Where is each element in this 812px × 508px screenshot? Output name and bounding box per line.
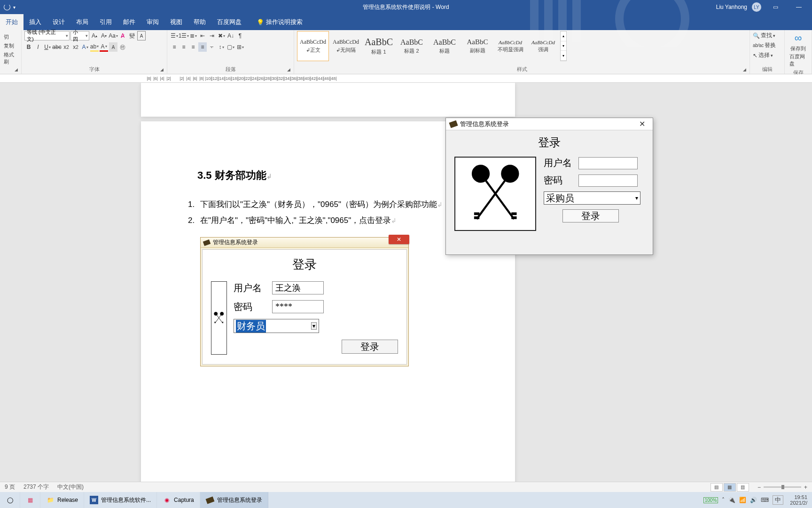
font-launcher-icon[interactable]: ◢ xyxy=(160,67,166,73)
tab-view[interactable]: 视图 xyxy=(164,14,188,30)
phonetic-icon[interactable]: 變 xyxy=(128,31,136,40)
tray-chevron-icon[interactable]: ˄ xyxy=(722,497,725,503)
tab-design[interactable]: 设计 xyxy=(47,14,70,30)
style-item[interactable]: AaBbC副标题 xyxy=(461,31,493,61)
read-mode-icon[interactable]: ▤ xyxy=(710,483,723,492)
taskbar-folder-release[interactable]: 📁Release xyxy=(40,492,84,508)
format-painter-button[interactable]: 格式刷 xyxy=(3,51,18,66)
tab-help[interactable]: 帮助 xyxy=(188,14,211,30)
select-button[interactable]: ↖选择▾ xyxy=(753,51,773,60)
style-item[interactable]: AaBbC标题 2 xyxy=(396,31,428,61)
show-marks-icon[interactable]: ¶ xyxy=(236,31,244,40)
taskbar-login-app[interactable]: 管理信息系统登录 xyxy=(200,492,268,508)
style-item[interactable]: AaBbC标题 1 xyxy=(363,31,395,61)
shading-icon[interactable]: ▢ xyxy=(226,42,235,52)
status-language[interactable]: 中文(中国) xyxy=(57,483,84,491)
clear-format-icon[interactable]: A̷ xyxy=(118,31,127,40)
style-item[interactable]: AaBbCcDd强调 xyxy=(527,31,559,61)
power-icon[interactable]: 🔌 xyxy=(728,497,735,503)
char-shading-icon[interactable]: A xyxy=(109,42,117,52)
login-user-input[interactable] xyxy=(578,157,638,169)
zoom-in-icon[interactable]: + xyxy=(804,484,807,491)
status-word-count[interactable]: 2737 个字 xyxy=(23,483,49,491)
status-page[interactable]: 9 页 xyxy=(5,483,15,491)
ribbon-mode-icon[interactable]: ▭ xyxy=(766,0,785,14)
enclose-char-icon[interactable]: ㊕ xyxy=(118,42,127,52)
justify-icon[interactable]: ≡ xyxy=(198,42,207,52)
minimize-button[interactable]: — xyxy=(789,0,808,14)
login-titlebar[interactable]: 管理信息系统登录 ✕ xyxy=(446,118,653,130)
char-border-icon[interactable]: A xyxy=(137,31,146,40)
horizontal-ruler[interactable]: |8||6||4||2||2||4||6||8||10||12||14||16|… xyxy=(0,74,812,83)
superscript-icon[interactable]: x2 xyxy=(71,42,80,52)
asian-layout-icon[interactable]: ✖ xyxy=(217,31,226,40)
style-item[interactable]: AaBbCcDd不明显强调 xyxy=(494,31,526,61)
tab-baidu[interactable]: 百度网盘 xyxy=(211,14,247,30)
styles-launcher-icon[interactable]: ◢ xyxy=(743,67,749,73)
copy-button[interactable]: 复制 xyxy=(3,42,15,50)
tab-layout[interactable]: 布局 xyxy=(70,14,94,30)
bullets-icon[interactable]: ☰ xyxy=(170,31,179,40)
login-close-button[interactable]: ✕ xyxy=(635,119,649,128)
clipboard-launcher-icon[interactable]: ◢ xyxy=(15,67,20,73)
qat-dropdown-icon[interactable]: ▾ xyxy=(13,5,16,10)
align-right-icon[interactable]: ≡ xyxy=(189,42,197,52)
wifi-icon[interactable]: 📶 xyxy=(739,497,746,503)
font-name-combo[interactable]: 等线 (中文正文) xyxy=(24,31,70,40)
tab-references[interactable]: 引用 xyxy=(94,14,117,30)
distribute-icon[interactable]: ⫟ xyxy=(208,42,216,52)
multilevel-icon[interactable]: ≣ xyxy=(189,31,197,40)
borders-icon[interactable]: ⊞ xyxy=(236,42,244,52)
login-pass-input[interactable] xyxy=(578,175,638,187)
align-center-icon[interactable]: ≡ xyxy=(180,42,188,52)
subscript-icon[interactable]: x2 xyxy=(62,42,70,52)
strikethrough-icon[interactable]: abc xyxy=(53,42,61,52)
taskbar-clock[interactable]: 19:51 2021/2/ xyxy=(787,493,810,507)
increase-indent-icon[interactable]: ⇥ xyxy=(208,31,216,40)
ime-indicator[interactable]: 中 xyxy=(773,495,783,505)
replace-button[interactable]: ab⁄ac替换 xyxy=(753,41,776,50)
zoom-out-icon[interactable]: − xyxy=(757,484,761,491)
line-spacing-icon[interactable]: ↕ xyxy=(217,42,226,52)
italic-icon[interactable]: I xyxy=(34,42,42,52)
print-layout-icon[interactable]: ▦ xyxy=(724,483,736,492)
login-submit-button[interactable]: 登录 xyxy=(562,209,619,222)
taskbar-captura[interactable]: ◉Captura xyxy=(157,492,200,508)
underline-icon[interactable]: U xyxy=(43,42,52,52)
tab-home[interactable]: 开始 xyxy=(0,14,23,30)
cortana-button[interactable]: ◯ xyxy=(0,492,20,508)
cut-button[interactable]: 切 xyxy=(3,33,10,41)
battery-icon[interactable]: 100% xyxy=(703,497,718,503)
bold-icon[interactable]: B xyxy=(24,42,33,52)
taskbar-word[interactable]: W管理信息系统软件... xyxy=(84,492,157,508)
user-avatar[interactable]: LY xyxy=(752,2,761,12)
gallery-scroll[interactable]: ▴▾▾ xyxy=(560,31,567,61)
styles-gallery[interactable]: AaBbCcDd↲正文AaBbCcDd↲无间隔AaBbC标题 1AaBbC标题 … xyxy=(297,31,567,61)
font-color-icon[interactable]: A xyxy=(100,42,108,52)
font-size-combo[interactable]: 小四 xyxy=(70,31,89,40)
tell-me-search[interactable]: 💡 操作说明搜索 xyxy=(251,14,308,30)
sort-icon[interactable]: A↓ xyxy=(226,31,235,40)
tab-review[interactable]: 审阅 xyxy=(141,14,164,30)
decrease-indent-icon[interactable]: ⇤ xyxy=(198,31,207,40)
autosave-icon[interactable] xyxy=(4,4,10,10)
grow-font-icon[interactable]: A▴ xyxy=(90,31,99,40)
zoom-slider[interactable] xyxy=(764,486,801,488)
find-button[interactable]: 🔍查找▾ xyxy=(753,31,775,40)
shrink-font-icon[interactable]: A▾ xyxy=(100,31,108,40)
volume-icon[interactable]: 🔊 xyxy=(750,497,757,503)
web-layout-icon[interactable]: ▥ xyxy=(737,483,749,492)
style-item[interactable]: AaBbCcDd↲无间隔 xyxy=(330,31,362,61)
user-name[interactable]: Liu Yanhong xyxy=(716,4,747,10)
keyboard-icon[interactable]: ⌨ xyxy=(761,497,769,503)
change-case-icon[interactable]: Aa xyxy=(109,31,117,40)
numbering-icon[interactable]: 1☰ xyxy=(180,31,188,40)
text-effects-icon[interactable]: A xyxy=(81,42,89,52)
task-view-button[interactable]: ▦ xyxy=(20,492,40,508)
align-left-icon[interactable]: ≡ xyxy=(170,42,179,52)
tab-mailings[interactable]: 邮件 xyxy=(117,14,141,30)
zoom-control[interactable]: − + xyxy=(757,484,807,491)
save-to-baidu-button[interactable]: ∞ 保存到 百度网盘 xyxy=(788,31,809,68)
highlight-icon[interactable]: ab xyxy=(90,42,99,52)
style-item[interactable]: AaBbC标题 xyxy=(429,31,461,61)
